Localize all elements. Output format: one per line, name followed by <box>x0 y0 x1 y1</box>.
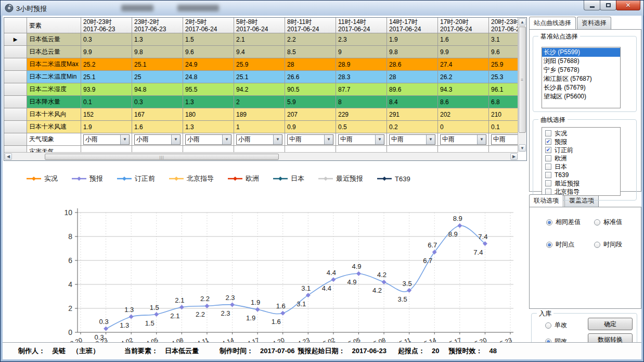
table-cell[interactable] <box>132 146 183 152</box>
scroll-left-icon[interactable]: ◀ <box>5 153 12 160</box>
table-cell[interactable]: 90.5 <box>285 83 336 96</box>
table-cell[interactable]: 9.6 <box>183 46 234 58</box>
checkbox-icon[interactable]: ✔ <box>545 147 551 153</box>
weather-dropdown[interactable]: 小雨▼ <box>134 134 181 145</box>
legend-item[interactable]: 日本 <box>273 174 304 183</box>
table-cell[interactable]: 202 <box>438 108 489 121</box>
scroll-down-icon[interactable]: ▼ <box>519 144 526 152</box>
table-cell[interactable]: 207 <box>285 108 336 121</box>
table-cell[interactable]: 9.8 <box>387 46 438 58</box>
table-cell[interactable]: 2 <box>234 96 285 108</box>
table-cell[interactable]: 28 <box>387 71 438 83</box>
weather-dropdown[interactable]: 中雨▼ <box>491 134 518 145</box>
station-list-item[interactable]: 宁乡 (57678) <box>542 66 620 74</box>
radio-icon[interactable] <box>545 322 551 329</box>
table-cell[interactable]: 1.9 <box>81 121 132 133</box>
dropdown-button[interactable]: ▼ <box>222 135 231 144</box>
legend-item[interactable]: T639 <box>377 175 410 183</box>
table-cell[interactable]: 25.3 <box>489 71 518 83</box>
table-cell[interactable]: 8.5 <box>285 46 336 58</box>
table-cell[interactable]: 25.1 <box>234 71 285 83</box>
scroll-right-icon[interactable]: ▶ <box>510 153 518 160</box>
dropdown-button[interactable]: ▼ <box>171 135 180 144</box>
table-cell[interactable]: 210 <box>489 108 518 121</box>
table-cell[interactable]: 1.3 <box>132 33 183 46</box>
table-cell[interactable]: 8 <box>336 96 387 108</box>
table-cell[interactable]: 24.9 <box>183 58 234 71</box>
table-cell[interactable]: 25.1 <box>132 58 183 71</box>
table-cell[interactable] <box>489 146 518 152</box>
radio-icon[interactable] <box>546 242 552 248</box>
weather-dropdown[interactable]: 中雨▼ <box>389 134 435 145</box>
table-cell[interactable]: 89.6 <box>387 83 438 96</box>
row-selector-cell[interactable] <box>4 58 27 71</box>
checkbox-icon[interactable]: ✔ <box>545 139 551 145</box>
table-cell[interactable]: 0.3 <box>132 96 183 108</box>
table-cell[interactable]: 9.8 <box>132 46 183 58</box>
table-cell[interactable]: 25 <box>132 71 183 83</box>
scroll-up-icon[interactable]: ▲ <box>519 18 526 26</box>
table-cell[interactable]: 2.3 <box>336 33 387 46</box>
table-cell[interactable]: 26.6 <box>285 71 336 83</box>
table-cell[interactable]: 28.3 <box>336 71 387 83</box>
curve-checkbox-row[interactable]: ✔预报 <box>545 138 620 146</box>
table-cell[interactable]: 0.2 <box>387 121 438 133</box>
link-option-radio[interactable]: 时间段 <box>594 240 636 249</box>
dropdown-button[interactable]: ▼ <box>426 135 435 144</box>
table-cell[interactable]: 28.6 <box>387 58 438 71</box>
legend-item[interactable]: 欧洲 <box>228 174 259 183</box>
table-cell[interactable]: 1.6 <box>438 33 489 46</box>
table-cell[interactable]: 1.3 <box>183 121 234 133</box>
radio-icon[interactable] <box>594 242 600 248</box>
station-list-item[interactable]: 浏阳 (57688) <box>542 57 620 66</box>
link-option-radio[interactable]: 时间点 <box>546 240 594 249</box>
row-selector-cell[interactable] <box>4 71 27 83</box>
table-cell[interactable]: 9.4 <box>234 46 285 58</box>
table-cell[interactable]: 9.9 <box>81 46 132 58</box>
close-button[interactable]: ✕ <box>616 1 640 10</box>
table-cell[interactable]: 0.3 <box>81 33 132 46</box>
radio-icon[interactable] <box>546 219 552 226</box>
table-cell[interactable]: 229 <box>336 108 387 121</box>
table-cell[interactable]: 291 <box>387 108 438 121</box>
table-cell[interactable]: 95.5 <box>183 83 234 96</box>
table-cell[interactable]: 87.7 <box>336 83 387 96</box>
station-list-item[interactable]: 湘江新区 (57687) <box>542 74 620 83</box>
legend-item[interactable]: 最近预报 <box>318 174 363 183</box>
row-selector-cell[interactable] <box>4 146 27 152</box>
weather-dropdown[interactable]: 中雨▼ <box>338 134 384 145</box>
curve-checkbox-row[interactable]: 日本 <box>545 163 620 171</box>
radio-icon[interactable] <box>594 219 600 226</box>
storage-option-radio[interactable]: 单改 <box>545 321 567 330</box>
confirm-button[interactable]: 确定 <box>588 318 633 330</box>
table-cell[interactable]: 1.9 <box>387 33 438 46</box>
weather-dropdown[interactable]: 小雨▼ <box>83 134 130 145</box>
table-cell[interactable]: 2.1 <box>234 33 285 46</box>
link-option-radio[interactable]: 标准值 <box>594 218 636 227</box>
curve-checkbox-row[interactable]: T639 <box>545 171 620 179</box>
table-cell[interactable]: 152 <box>81 108 132 121</box>
table-cell[interactable] <box>438 146 489 152</box>
table-vertical-scrollbar[interactable]: ▲ ≡ ▼ <box>518 18 526 152</box>
table-cell[interactable]: 6.8 <box>489 96 518 108</box>
dropdown-button[interactable]: ▼ <box>477 135 486 144</box>
dropdown-button[interactable]: ▼ <box>324 135 333 144</box>
vertical-scroll-thumb[interactable]: ≡ <box>519 27 526 133</box>
weather-dropdown[interactable]: 中雨▼ <box>440 134 486 145</box>
table-cell[interactable] <box>234 146 285 152</box>
table-cell[interactable]: 94.8 <box>132 83 183 96</box>
legend-item[interactable]: 预报 <box>72 174 103 183</box>
tab-data-select[interactable]: 资料选择 <box>577 17 611 29</box>
table-cell[interactable]: 94.3 <box>438 83 489 96</box>
table-cell[interactable]: 1.5 <box>183 33 234 46</box>
checkbox-icon[interactable] <box>545 155 551 161</box>
table-cell[interactable]: 1 <box>234 121 285 133</box>
table-cell[interactable]: 0.9 <box>285 121 336 133</box>
row-selector-cell[interactable] <box>4 83 27 96</box>
tab-station-curve-select[interactable]: 站点曲线选择 <box>529 17 576 30</box>
title-bar[interactable]: 3小时预报 ✕ <box>1 1 643 16</box>
table-cell[interactable]: 2.2 <box>285 33 336 46</box>
checkbox-icon[interactable] <box>545 180 551 186</box>
table-cell[interactable]: 9.6 <box>489 46 518 58</box>
table-cell[interactable] <box>336 146 387 152</box>
